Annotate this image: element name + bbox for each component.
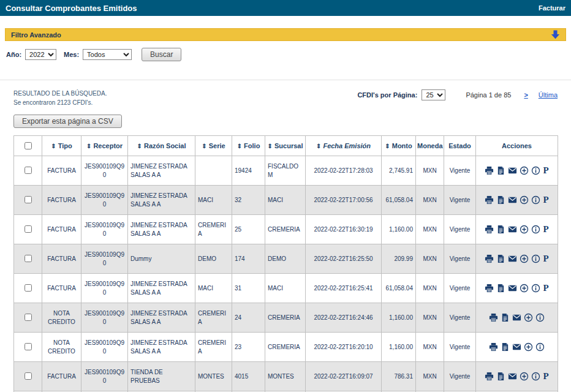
paypal-icon[interactable]: P <box>543 195 548 205</box>
print-icon[interactable] <box>485 225 494 234</box>
mail-icon[interactable] <box>508 284 517 293</box>
print-icon[interactable] <box>489 313 498 322</box>
row-checkbox[interactable] <box>25 255 32 262</box>
info-icon[interactable] <box>531 254 540 263</box>
pdf-icon[interactable] <box>501 342 510 352</box>
print-icon[interactable] <box>485 195 494 205</box>
column-label: Tipo <box>58 142 72 149</box>
mail-icon[interactable] <box>508 225 517 234</box>
next-page-link[interactable]: > <box>524 91 528 99</box>
add-icon[interactable] <box>524 342 533 352</box>
row-checkbox[interactable] <box>25 372 32 380</box>
mail-icon[interactable] <box>508 372 517 381</box>
print-icon[interactable] <box>489 342 498 352</box>
sort-icon[interactable]: ⇕ <box>237 143 242 149</box>
month-select[interactable]: Todos <box>83 49 132 60</box>
print-icon[interactable] <box>485 254 494 263</box>
buscar-button[interactable]: Buscar <box>142 48 181 61</box>
sort-icon[interactable]: ⇕ <box>316 143 321 149</box>
column-header-fecha[interactable]: ⇕ Fecha Emisión <box>306 136 382 156</box>
cell-tipo: NOTA CREDITO <box>42 333 81 362</box>
column-label: Estado <box>448 142 471 149</box>
advanced-filter-bar[interactable]: Filtro Avanzado <box>5 28 566 41</box>
row-checkbox[interactable] <box>25 343 32 350</box>
cell-moneda: MXN <box>416 303 444 333</box>
column-label: Acciones <box>502 142 532 149</box>
paypal-icon[interactable]: P <box>543 166 548 175</box>
column-header-monto[interactable]: ⇕ Monto <box>382 136 416 156</box>
cell-checkbox <box>14 186 42 215</box>
row-checkbox[interactable] <box>25 314 32 321</box>
column-header-checkbox[interactable] <box>14 136 42 156</box>
row-checkbox[interactable] <box>25 167 32 174</box>
sort-icon[interactable]: ⇕ <box>51 143 56 149</box>
pdf-icon[interactable] <box>496 284 505 293</box>
info-icon[interactable] <box>535 342 545 352</box>
cell-estado: Vigente <box>444 215 476 244</box>
sort-icon[interactable]: ⇕ <box>86 143 91 149</box>
mail-icon[interactable] <box>512 342 521 352</box>
select-all-checkbox[interactable] <box>25 142 32 149</box>
add-icon[interactable] <box>524 313 533 322</box>
column-header-tipo[interactable]: ⇕ Tipo <box>42 136 81 156</box>
column-header-razon_social[interactable]: ⇕ Razón Social <box>128 136 195 156</box>
collapse-arrow-icon[interactable] <box>551 30 560 39</box>
info-icon[interactable] <box>531 166 540 175</box>
pdf-icon[interactable] <box>496 372 505 381</box>
add-icon[interactable] <box>520 372 529 381</box>
column-label: Receptor <box>93 142 123 149</box>
sort-icon[interactable]: ⇕ <box>385 143 390 149</box>
row-checkbox[interactable] <box>25 225 32 233</box>
info-icon[interactable] <box>531 225 540 234</box>
print-icon[interactable] <box>485 284 494 293</box>
cell-razon_social: JIMENEZ ESTRADA SALAS A A <box>128 156 195 186</box>
sort-icon[interactable]: ⇕ <box>268 143 273 149</box>
pdf-icon[interactable] <box>501 313 510 322</box>
add-icon[interactable] <box>520 166 529 175</box>
column-header-sucursal[interactable]: ⇕ Sucursal <box>265 136 306 156</box>
top-bar: Consultar Comprobantes Emitidos Facturar <box>0 0 571 16</box>
cell-tipo: FACTURA <box>42 362 81 391</box>
column-header-serie[interactable]: ⇕ Serie <box>195 136 232 156</box>
cell-receptor: JES900109Q90 <box>81 156 128 186</box>
mail-icon[interactable] <box>508 254 517 263</box>
row-checkbox[interactable] <box>25 284 32 292</box>
print-icon[interactable] <box>485 166 494 175</box>
pdf-icon[interactable] <box>496 254 505 263</box>
paypal-icon[interactable]: P <box>543 372 548 381</box>
sort-icon[interactable]: ⇕ <box>137 143 142 149</box>
pdf-icon[interactable] <box>496 225 505 234</box>
sort-icon[interactable]: ⇕ <box>202 143 206 149</box>
row-checkbox[interactable] <box>25 196 32 203</box>
add-icon[interactable] <box>520 195 529 205</box>
year-select[interactable]: 2022 <box>25 49 56 60</box>
paypal-icon[interactable]: P <box>543 284 548 293</box>
info-icon[interactable] <box>535 313 545 322</box>
paypal-icon[interactable]: P <box>543 254 548 263</box>
mail-icon[interactable] <box>508 195 517 205</box>
mail-icon[interactable] <box>508 166 517 175</box>
column-header-receptor[interactable]: ⇕ Receptor <box>81 136 128 156</box>
info-icon[interactable] <box>531 284 540 293</box>
print-icon[interactable] <box>485 372 494 381</box>
pdf-icon[interactable] <box>496 166 505 175</box>
pdf-icon[interactable] <box>496 195 505 205</box>
cell-receptor: JES900109Q90 <box>81 274 128 303</box>
add-icon[interactable] <box>520 225 529 234</box>
cell-folio: 23 <box>232 333 265 362</box>
facturar-link[interactable]: Facturar <box>539 4 565 12</box>
add-icon[interactable] <box>520 284 529 293</box>
add-icon[interactable] <box>520 254 529 263</box>
per-page-select[interactable]: 25 <box>422 89 445 100</box>
last-page-link[interactable]: Última <box>539 91 558 99</box>
paypal-icon[interactable]: P <box>543 225 548 234</box>
info-icon[interactable] <box>531 195 540 205</box>
cell-folio: 25 <box>232 215 265 244</box>
mail-icon[interactable] <box>512 313 521 322</box>
cell-receptor: JES900109Q90 <box>81 186 128 215</box>
cell-acciones: P <box>476 215 558 244</box>
export-csv-button[interactable]: Exportar esta página a CSV <box>13 115 122 128</box>
column-header-folio[interactable]: ⇕ Folio <box>232 136 265 156</box>
info-icon[interactable] <box>531 372 540 381</box>
cell-monto: 61,058.04 <box>382 274 416 303</box>
